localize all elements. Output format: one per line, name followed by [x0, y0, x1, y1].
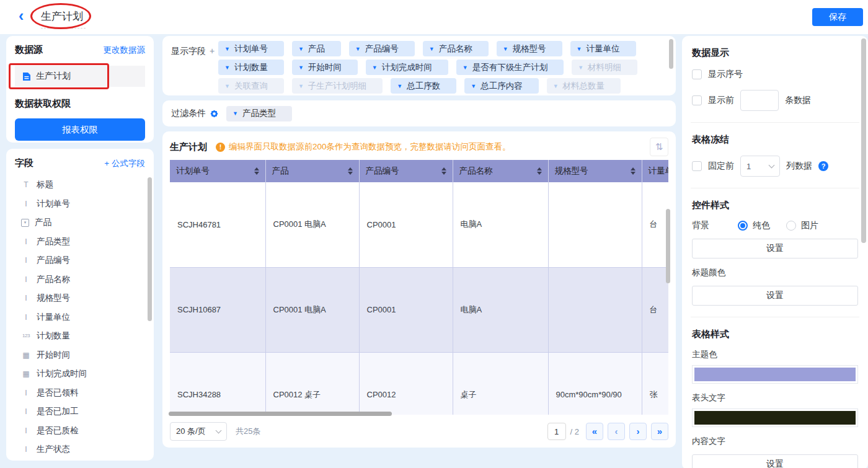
field-item[interactable]: I计量单位: [15, 308, 145, 327]
field-chip[interactable]: ▼关联查询: [218, 78, 284, 94]
table-cell: 电脑A: [453, 182, 548, 267]
sort-icon[interactable]: [254, 167, 259, 175]
field-item[interactable]: I是否已质检: [15, 422, 145, 441]
field-item[interactable]: ▦开始时间: [15, 346, 145, 365]
fields-scrollbar[interactable]: [148, 177, 152, 321]
column-header[interactable]: 产品名称: [453, 160, 548, 182]
panel-scrollbar[interactable]: [861, 38, 866, 243]
table-cell: 台: [642, 267, 668, 352]
field-chip[interactable]: ▼产品类型: [226, 106, 292, 121]
field-chip[interactable]: ▼计划完成时间: [366, 60, 448, 75]
table-cell: CP0001 电脑A: [265, 267, 359, 352]
header-text-swatch[interactable]: [692, 408, 858, 427]
field-item[interactable]: ▦计划完成时间: [15, 364, 145, 384]
page-title[interactable]: 生产计划: [41, 9, 86, 29]
help-icon[interactable]: ?: [818, 161, 828, 171]
field-chip[interactable]: ▼子生产计划明细: [292, 78, 383, 94]
field-item-label: 开始时间: [37, 350, 70, 361]
report-permission-button[interactable]: 报表权限: [15, 118, 145, 141]
column-header[interactable]: 产品编号: [359, 160, 453, 182]
table-cell: CP0001: [359, 182, 453, 267]
column-header[interactable]: 计划单号: [170, 160, 265, 182]
show-index-checkbox[interactable]: [692, 69, 702, 79]
field-chip[interactable]: ▼产品编号: [349, 41, 415, 56]
field-chip[interactable]: ▼材料明细: [572, 60, 637, 75]
sort-icon[interactable]: [441, 167, 446, 175]
column-header[interactable]: 规格型号: [548, 160, 642, 182]
heading-field-icon: T: [21, 180, 31, 189]
image-radio[interactable]: [786, 221, 796, 231]
field-item[interactable]: ▾产品: [15, 213, 145, 232]
add-display-field-button[interactable]: +: [210, 46, 215, 56]
field-item[interactable]: T标题: [15, 175, 145, 195]
back-icon[interactable]: ‹: [19, 6, 24, 25]
sort-icon[interactable]: [631, 167, 636, 175]
show-index-label: 显示序号: [708, 69, 743, 80]
column-header[interactable]: 计量单位: [642, 160, 668, 182]
field-chip[interactable]: ▼是否有下级生产计划: [456, 60, 564, 75]
field-chip[interactable]: ▼计划数量: [218, 60, 284, 75]
field-item[interactable]: I产品类型: [15, 232, 145, 252]
field-chip[interactable]: ▼开始时间: [292, 60, 358, 75]
next-page-button[interactable]: ›: [629, 423, 647, 440]
content-text-set-button[interactable]: 设置: [692, 454, 858, 468]
field-item[interactable]: I是否已加工: [15, 402, 145, 422]
prev-page-button[interactable]: ‹: [608, 423, 625, 440]
field-item-label: 是否已加工: [37, 406, 79, 417]
fields-card: 字段 + 公式字段 T标题I计划单号▾产品I产品类型I产品编号I产品名称I规格型…: [6, 149, 154, 461]
current-page-input[interactable]: 1: [547, 423, 566, 440]
field-item[interactable]: I规格型号: [15, 289, 145, 308]
field-item[interactable]: I产品名称: [15, 270, 145, 289]
datasource-item[interactable]: 生产计划: [15, 66, 145, 87]
display-fields-label: 显示字段+: [171, 46, 215, 57]
table-cell: CP0001: [359, 267, 453, 352]
field-item[interactable]: I产品编号: [15, 251, 145, 270]
table-cell: CP0012: [359, 352, 453, 415]
field-chip[interactable]: ▼计量单位: [570, 41, 636, 56]
text-field-icon: I: [21, 389, 31, 397]
field-item-label: 标题: [37, 179, 53, 190]
table-row: SCJH46781CP0001 电脑ACP0001电脑A台: [170, 182, 668, 267]
freeze-checkbox[interactable]: [692, 161, 702, 171]
sort-order-button[interactable]: ⇅: [650, 138, 668, 156]
sort-icon[interactable]: [537, 167, 542, 175]
change-datasource-link[interactable]: 更改数据源: [104, 45, 146, 56]
field-item[interactable]: I计划单号: [15, 195, 145, 214]
chevron-down-icon: ▼: [232, 110, 238, 117]
page-size-select[interactable]: 20 条/页: [170, 422, 227, 441]
divider: [691, 188, 859, 188]
chips-scrollbar[interactable]: [669, 39, 673, 69]
first-page-button[interactable]: «: [586, 423, 603, 440]
last-page-button[interactable]: »: [651, 423, 668, 440]
field-chip[interactable]: ▼总工序数: [391, 78, 456, 94]
chevron-down-icon: ▼: [553, 83, 559, 89]
field-item[interactable]: 123计划数量: [15, 327, 145, 346]
sort-icon[interactable]: [348, 167, 353, 175]
show-first-checkbox[interactable]: [692, 95, 702, 105]
title-color-set-button[interactable]: 设置: [692, 286, 858, 306]
background-set-button[interactable]: 设置: [692, 239, 858, 258]
show-first-count-input[interactable]: [740, 90, 779, 111]
save-button[interactable]: 保存: [812, 8, 863, 26]
add-formula-field-link[interactable]: + 公式字段: [104, 158, 145, 169]
field-chip[interactable]: ▼规格型号: [497, 41, 562, 56]
field-chip[interactable]: ▼产品: [292, 41, 341, 56]
table-vertical-scrollbar[interactable]: [666, 209, 670, 283]
field-chip[interactable]: ▼总工序内容: [464, 78, 538, 94]
chip-label: 材料明细: [588, 62, 621, 73]
field-item[interactable]: I是否已领料: [15, 384, 145, 403]
table-row: SCJH10687CP0001 电脑ACP0001电脑A台: [170, 267, 668, 352]
field-chip[interactable]: ▼产品名称: [423, 41, 489, 56]
table-horizontal-scrollbar[interactable]: [169, 412, 392, 416]
table-cell: [548, 267, 642, 352]
field-chip[interactable]: ▼材料总数量: [547, 78, 621, 94]
field-chip[interactable]: ▼计划单号: [218, 41, 284, 56]
date-field-icon: ▦: [21, 369, 31, 378]
solid-color-radio[interactable]: [738, 221, 748, 231]
theme-color-swatch[interactable]: [692, 365, 858, 384]
freeze-count-select[interactable]: 1: [740, 156, 780, 177]
column-header[interactable]: 产品: [265, 160, 359, 182]
pagination-bar: 20 条/页 共25条 1 / 2 « ‹ › »: [170, 418, 668, 445]
field-item[interactable]: I生产状态: [15, 440, 145, 459]
gear-icon[interactable]: [210, 109, 219, 118]
